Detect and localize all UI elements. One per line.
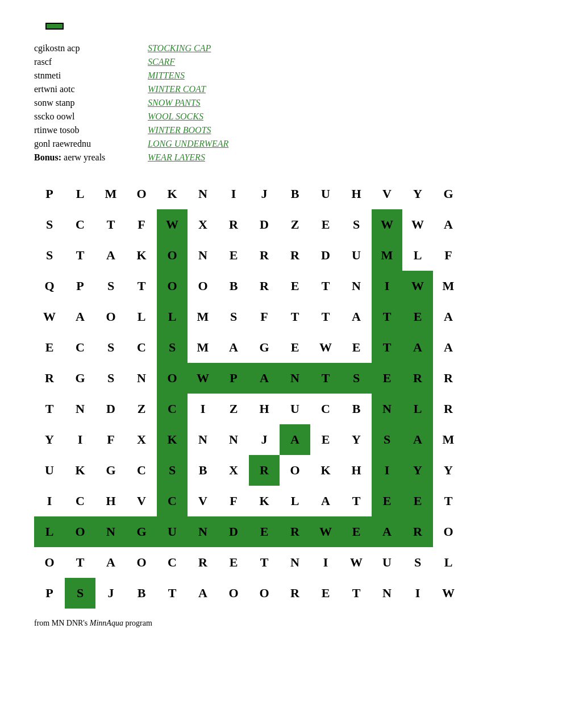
grid-cell: U xyxy=(157,516,188,547)
grid-cell: E xyxy=(218,240,249,271)
grid-row: WAOLLMSFTTATEA xyxy=(34,301,528,332)
scrambled-word: stnmeti xyxy=(34,71,148,81)
grid-cell: E xyxy=(402,486,433,516)
grid-cell: O xyxy=(249,578,280,609)
grid-cell: S xyxy=(157,455,188,486)
word-row: sonw stanpSNOW PANTS xyxy=(34,98,528,108)
grid-cell: N xyxy=(95,516,126,547)
grid-cell: I xyxy=(65,424,95,455)
grid-cell: A xyxy=(310,486,341,516)
grid-cell: D xyxy=(95,394,126,424)
grid-cell: A xyxy=(402,424,433,455)
grid-cell: D xyxy=(218,516,249,547)
grid-cell: L xyxy=(157,301,188,332)
answer-word: LONG UNDERWEAR xyxy=(148,139,228,149)
grid-cell: W xyxy=(341,547,372,578)
grid-cell: Y xyxy=(34,424,65,455)
grid-cell: L xyxy=(65,179,95,209)
grid-cell: E xyxy=(310,424,341,455)
grid-cell: O xyxy=(34,547,65,578)
grid-cell: E xyxy=(310,578,341,609)
grid-cell: E xyxy=(341,516,372,547)
grid-cell: E xyxy=(218,547,249,578)
grid-cell: E xyxy=(372,486,402,516)
grid-cell: R xyxy=(402,363,433,394)
grid-cell: T xyxy=(433,486,464,516)
grid-cell: Y xyxy=(341,424,372,455)
wordsearch-grid: PLMOKNIJBUHVYGSCTFWXRDZESWWASTAKONERRDUM… xyxy=(34,179,528,609)
grid-cell: M xyxy=(188,301,218,332)
grid-cell: S xyxy=(372,424,402,455)
grid-cell: O xyxy=(188,271,218,301)
grid-cell: A xyxy=(372,516,402,547)
grid-cell: R xyxy=(249,455,280,486)
scrambled-word: sonw stanp xyxy=(34,98,148,108)
grid-row: YIFXKNNJAEYSAM xyxy=(34,424,528,455)
grid-cell: R xyxy=(433,363,464,394)
grid-cell: M xyxy=(433,424,464,455)
grid-cell: N xyxy=(188,179,218,209)
grid-cell: U xyxy=(372,547,402,578)
grid-cell: U xyxy=(34,455,65,486)
grid-cell: E xyxy=(372,363,402,394)
grid-cell: O xyxy=(157,240,188,271)
grid-cell: F xyxy=(218,486,249,516)
grid-cell: S xyxy=(341,363,372,394)
grid-cell: R xyxy=(218,209,249,240)
word-row: sscko oowlWOOL SOCKS xyxy=(34,111,528,122)
grid-cell: R xyxy=(188,547,218,578)
grid-cell: T xyxy=(310,363,341,394)
grid-cell: A xyxy=(218,332,249,363)
grid-cell: T xyxy=(372,332,402,363)
grid-cell: H xyxy=(341,455,372,486)
grid-cell: S xyxy=(95,332,126,363)
word-list: cgikostn acpSTOCKING CAPrascfSCARFstnmet… xyxy=(34,43,528,163)
grid-cell: T xyxy=(95,209,126,240)
grid-cell: N xyxy=(280,547,310,578)
grid-cell: N xyxy=(372,394,402,424)
grid-cell: F xyxy=(95,424,126,455)
grid-cell: R xyxy=(249,240,280,271)
grid-cell: P xyxy=(34,179,65,209)
grid-cell: N xyxy=(280,363,310,394)
footer-note: from MN DNR's MinnAqua program xyxy=(34,619,528,628)
grid-cell: T xyxy=(372,301,402,332)
grid-cell: N xyxy=(188,424,218,455)
grid-cell: N xyxy=(341,271,372,301)
grid-cell: T xyxy=(157,578,188,609)
grid-cell: O xyxy=(95,301,126,332)
grid-cell: P xyxy=(34,578,65,609)
grid-cell: R xyxy=(280,240,310,271)
grid-cell: R xyxy=(280,578,310,609)
grid-cell: T xyxy=(310,301,341,332)
grid-cell: L xyxy=(402,240,433,271)
grid-row: RGSNOWPANTSERR xyxy=(34,363,528,394)
grid-cell: A xyxy=(280,424,310,455)
grid-cell: G xyxy=(95,455,126,486)
grid-cell: S xyxy=(34,209,65,240)
grid-cell: N xyxy=(218,424,249,455)
grid-cell: E xyxy=(341,332,372,363)
grid-cell: T xyxy=(126,271,157,301)
header-section xyxy=(34,23,528,30)
grid-cell: P xyxy=(65,271,95,301)
grid-cell: G xyxy=(65,363,95,394)
grid-row: OTAOCRETNIWUSL xyxy=(34,547,528,578)
answer-word: SCARF xyxy=(148,57,175,67)
grid-cell: W xyxy=(188,363,218,394)
grid-cell: I xyxy=(34,486,65,516)
grid-cell: J xyxy=(249,179,280,209)
grid-row: SCTFWXRDZESWWA xyxy=(34,209,528,240)
grid-cell: D xyxy=(310,240,341,271)
grid-cell: W xyxy=(433,578,464,609)
grid-cell: T xyxy=(341,578,372,609)
grid-cell: K xyxy=(157,179,188,209)
grid-cell: A xyxy=(341,301,372,332)
grid-cell: C xyxy=(65,209,95,240)
grid-cell: K xyxy=(249,486,280,516)
grid-cell: W xyxy=(402,209,433,240)
grid-cell: E xyxy=(280,271,310,301)
grid-cell: O xyxy=(157,271,188,301)
grid-cell: L xyxy=(280,486,310,516)
grid-cell: A xyxy=(188,578,218,609)
